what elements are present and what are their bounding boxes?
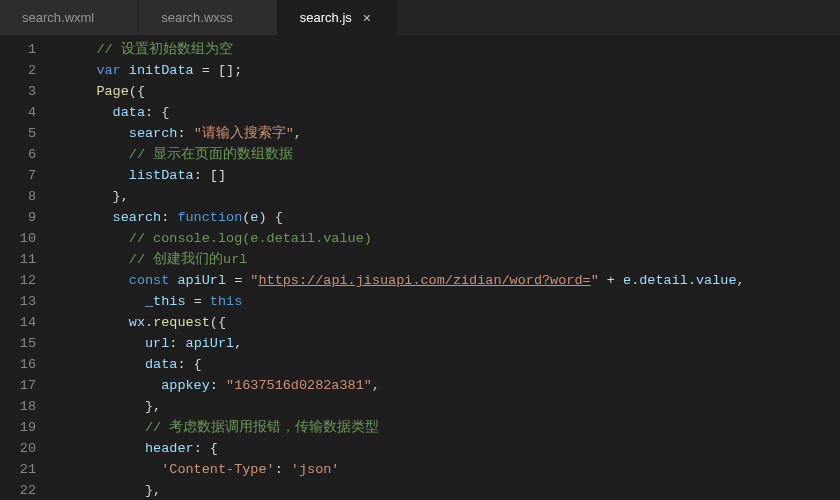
code-line[interactable]: // console.log(e.detail.value) xyxy=(64,228,840,249)
code-token: detail xyxy=(639,273,688,288)
tab-label: search.js xyxy=(300,10,352,25)
code-token xyxy=(64,84,96,99)
code-token: e xyxy=(623,273,631,288)
code-token: : [] xyxy=(194,168,226,183)
code-token xyxy=(64,210,113,225)
code-token: , xyxy=(234,336,242,351)
code-area[interactable]: // 设置初始数组为空 var initData = []; Page({ da… xyxy=(52,35,840,500)
code-token: data xyxy=(113,105,145,120)
code-token xyxy=(64,252,129,267)
code-token: = xyxy=(186,294,210,309)
code-line[interactable]: }, xyxy=(64,480,840,500)
code-token xyxy=(64,105,113,120)
code-token: search xyxy=(113,210,162,225)
line-number: 19 xyxy=(0,417,52,438)
code-token xyxy=(64,420,145,435)
code-token xyxy=(64,441,145,456)
code-token xyxy=(64,273,129,288)
line-number: 21 xyxy=(0,459,52,480)
code-token: : { xyxy=(145,105,169,120)
code-line[interactable]: // 显示在页面的数组数据 xyxy=(64,144,840,165)
line-number: 9 xyxy=(0,207,52,228)
code-token: 'json' xyxy=(291,462,340,477)
code-token: // 设置初始数组为空 xyxy=(96,42,232,57)
tab-label: search.wxss xyxy=(161,10,233,25)
code-token xyxy=(64,126,129,141)
code-line[interactable]: url: apiUrl, xyxy=(64,333,840,354)
code-token xyxy=(64,357,145,372)
code-token: " xyxy=(591,273,599,288)
code-line[interactable]: data: { xyxy=(64,102,840,123)
line-number: 10 xyxy=(0,228,52,249)
code-token xyxy=(64,168,129,183)
line-number: 2 xyxy=(0,60,52,81)
code-line[interactable]: 'Content-Type': 'json' xyxy=(64,459,840,480)
code-token: header xyxy=(145,441,194,456)
tab-bar: search.wxml × search.wxss × search.js × xyxy=(0,0,840,35)
code-token xyxy=(64,42,96,57)
tab-search-wxml[interactable]: search.wxml × xyxy=(0,0,139,35)
code-token: = []; xyxy=(194,63,243,78)
code-token: _this xyxy=(145,294,186,309)
code-token: const xyxy=(129,273,170,288)
code-token xyxy=(64,231,129,246)
code-token: }, xyxy=(64,483,161,498)
code-token: apiUrl xyxy=(177,273,226,288)
code-token: "1637516d0282a381" xyxy=(226,378,372,393)
editor[interactable]: 12345678910111213141516171819202122 // 设… xyxy=(0,35,840,500)
code-line[interactable]: // 考虑数据调用报错，传输数据类型 xyxy=(64,417,840,438)
code-token xyxy=(64,147,129,162)
code-token: : xyxy=(169,336,185,351)
code-line[interactable]: header: { xyxy=(64,438,840,459)
tab-label: search.wxml xyxy=(22,10,94,25)
code-token: search xyxy=(129,126,178,141)
code-token xyxy=(64,462,161,477)
code-line[interactable]: const apiUrl = "https://api.jisuapi.com/… xyxy=(64,270,840,291)
code-token: = xyxy=(226,273,250,288)
code-token: , xyxy=(737,273,745,288)
code-token: : { xyxy=(177,357,201,372)
code-token xyxy=(64,63,96,78)
close-icon[interactable]: × xyxy=(360,11,374,25)
line-number: 4 xyxy=(0,102,52,123)
line-number: 22 xyxy=(0,480,52,500)
code-line[interactable]: }, xyxy=(64,396,840,417)
line-number: 1 xyxy=(0,39,52,60)
line-number: 12 xyxy=(0,270,52,291)
tab-search-js[interactable]: search.js × xyxy=(278,0,397,35)
code-line[interactable]: // 创建我们的url xyxy=(64,249,840,270)
code-token: 'Content-Type' xyxy=(161,462,274,477)
code-token: // console.log(e.detail.value) xyxy=(129,231,372,246)
code-token: "请输入搜索字" xyxy=(194,126,294,141)
line-number: 15 xyxy=(0,333,52,354)
code-token: ({ xyxy=(129,84,145,99)
code-token: // 考虑数据调用报错，传输数据类型 xyxy=(145,420,379,435)
line-number: 5 xyxy=(0,123,52,144)
code-line[interactable]: _this = this xyxy=(64,291,840,312)
code-token: apiUrl xyxy=(186,336,235,351)
code-line[interactable]: }, xyxy=(64,186,840,207)
code-line[interactable]: search: "请输入搜索字", xyxy=(64,123,840,144)
code-token xyxy=(64,315,129,330)
code-token: var xyxy=(96,63,120,78)
tab-search-wxss[interactable]: search.wxss × xyxy=(139,0,278,35)
code-token: function xyxy=(177,210,242,225)
code-line[interactable]: wx.request({ xyxy=(64,312,840,333)
code-token: ({ xyxy=(210,315,226,330)
code-line[interactable]: search: function(e) { xyxy=(64,207,840,228)
code-token: : xyxy=(177,126,193,141)
code-token: // 创建我们的url xyxy=(129,252,248,267)
code-token: appkey xyxy=(161,378,210,393)
code-token: Page xyxy=(96,84,128,99)
code-line[interactable]: appkey: "1637516d0282a381", xyxy=(64,375,840,396)
line-number: 14 xyxy=(0,312,52,333)
code-line[interactable]: Page({ xyxy=(64,81,840,102)
code-token: . xyxy=(145,315,153,330)
code-line[interactable]: var initData = []; xyxy=(64,60,840,81)
code-line[interactable]: data: { xyxy=(64,354,840,375)
code-line[interactable]: listData: [] xyxy=(64,165,840,186)
code-line[interactable]: // 设置初始数组为空 xyxy=(64,39,840,60)
code-token: listData xyxy=(129,168,194,183)
line-number: 7 xyxy=(0,165,52,186)
code-token: }, xyxy=(64,399,161,414)
